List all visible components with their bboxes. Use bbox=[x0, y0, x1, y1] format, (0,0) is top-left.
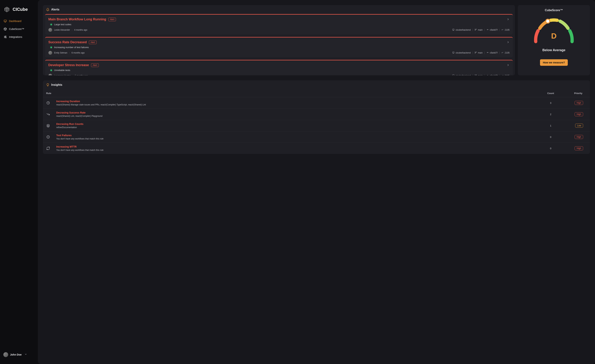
alert-repo: cicube/backend bbox=[452, 28, 471, 31]
svg-point-1 bbox=[6, 36, 6, 36]
svg-point-2 bbox=[5, 37, 5, 37]
chevron-right-icon[interactable] bbox=[507, 64, 510, 67]
rule-count: 0 bbox=[540, 147, 561, 150]
rule-count: 0 bbox=[540, 136, 561, 138]
insights-row[interactable]: Increasing MTTR You don't have any workf… bbox=[43, 143, 590, 154]
svg-point-10 bbox=[475, 52, 475, 52]
svg-point-16 bbox=[476, 75, 476, 75]
alerts-header: Alerts bbox=[43, 5, 515, 14]
nav-item-label: Dashboard bbox=[9, 20, 21, 22]
branch-icon bbox=[475, 74, 477, 75]
alerts-list[interactable]: Main Branch Workflow Long Running Alert … bbox=[43, 14, 515, 75]
rule-name: Decrasing Run Counts bbox=[56, 123, 540, 126]
alert-repo: cicube/backend bbox=[452, 51, 471, 54]
insights-table: Rule Count Priority Increasing Duration … bbox=[43, 89, 590, 154]
alert-item[interactable]: Developer Stress Increase Alert Unreliab… bbox=[45, 60, 513, 75]
alert-circle-icon bbox=[46, 135, 50, 139]
alert-commit: c9a4d7f bbox=[487, 51, 498, 54]
alert-title: Success Rate Decreased bbox=[48, 40, 87, 44]
user-name: John Doe bbox=[10, 353, 22, 356]
alert-subtitle-row: Unreliable tests bbox=[48, 69, 510, 71]
repo-icon bbox=[452, 74, 454, 75]
col-rule: Rule bbox=[46, 92, 540, 95]
chevron-right-icon[interactable] bbox=[507, 18, 510, 21]
trend-down-icon bbox=[46, 112, 50, 116]
rule-name: Decrasing Success Rate bbox=[56, 111, 540, 114]
alert-subtitle-row: Large test suites bbox=[48, 23, 510, 26]
insights-row[interactable]: Test Failures You don't have any workflo… bbox=[43, 131, 590, 143]
monitor-icon bbox=[4, 20, 7, 23]
rule-name: Test Failures bbox=[56, 134, 540, 137]
insights-row[interactable]: Increasing Duration react/(Shared) Manag… bbox=[43, 97, 590, 108]
main: Alerts Main Branch Workflow Long Running… bbox=[38, 0, 595, 364]
alert-author-row: Leslie Alexander · 4 months ago bbox=[48, 28, 87, 32]
alert-branch: main bbox=[475, 74, 483, 75]
insights-row[interactable]: Decrasing Run Counts refine/Documentatio… bbox=[43, 120, 590, 131]
col-count: Count bbox=[540, 92, 561, 95]
alert-author: Lawrence Hunter bbox=[54, 74, 71, 75]
chevron-right-icon[interactable] bbox=[507, 41, 510, 44]
brand-name: CICube bbox=[13, 7, 28, 12]
alert-branch: main bbox=[475, 51, 483, 54]
alerts-panel: Alerts Main Branch Workflow Long Running… bbox=[43, 5, 515, 75]
alert-author: Emily Selman bbox=[54, 52, 67, 54]
layers-icon bbox=[46, 124, 50, 128]
svg-point-13 bbox=[487, 52, 488, 53]
svg-rect-0 bbox=[4, 20, 7, 22]
status-dot-icon bbox=[50, 70, 52, 71]
alert-item[interactable]: Main Branch Workflow Long Running Alert … bbox=[45, 14, 513, 35]
brand: CICube bbox=[0, 4, 38, 17]
svg-point-15 bbox=[475, 75, 475, 75]
nav-item-label: CubeScore™ bbox=[9, 28, 24, 30]
repo-icon bbox=[452, 28, 454, 31]
svg-marker-21 bbox=[47, 124, 50, 126]
brand-logo-icon bbox=[3, 6, 10, 13]
alert-subtitle: Unreliable tests bbox=[54, 69, 70, 71]
refresh-icon bbox=[46, 146, 50, 150]
insights-row[interactable]: Decrasing Success Rate react/(Shared) Li… bbox=[43, 108, 590, 120]
svg-point-18 bbox=[487, 75, 488, 75]
status-dot-icon bbox=[50, 47, 52, 48]
nav-item-dashboard[interactable]: Dashboard bbox=[2, 17, 36, 25]
nav-item-cubescore[interactable]: CubeScore™ bbox=[2, 25, 36, 33]
insights-title: Insights bbox=[51, 83, 62, 86]
user-menu[interactable]: John Doe bbox=[0, 350, 38, 360]
rule-name: Increasing MTTR bbox=[56, 145, 540, 148]
bell-icon bbox=[46, 8, 50, 11]
avatar bbox=[3, 352, 8, 357]
alert-title: Main Branch Workflow Long Running bbox=[48, 17, 106, 21]
alert-subtitle: Large test suites bbox=[54, 23, 71, 26]
cubescore-gauge: D bbox=[531, 17, 577, 44]
alerts-title: Alerts bbox=[51, 8, 59, 11]
alert-item[interactable]: Success Rate Decreased Alert Increasing … bbox=[45, 37, 513, 57]
run-icon bbox=[501, 74, 503, 75]
branch-icon bbox=[475, 28, 477, 31]
alert-time: 6 months ago bbox=[71, 52, 85, 54]
avatar bbox=[48, 74, 52, 75]
svg-point-11 bbox=[476, 52, 476, 52]
rule-desc: react/(Shared) Manage stale issues and P… bbox=[56, 104, 540, 106]
nav-item-integrations[interactable]: Integrations bbox=[2, 33, 36, 41]
rule-count: 3 bbox=[540, 102, 561, 104]
commit-icon bbox=[487, 28, 489, 31]
alert-branch: main bbox=[475, 28, 483, 31]
col-priority: Priority bbox=[561, 92, 587, 95]
priority-badge: High bbox=[575, 101, 583, 105]
alert-badge: Alert bbox=[89, 41, 97, 44]
cube-icon bbox=[4, 27, 7, 31]
rule-desc: You don't have any workflows that match … bbox=[56, 138, 540, 140]
alert-subtitle-row: Increasing number of test failures bbox=[48, 46, 510, 49]
alert-badge: Alert bbox=[91, 63, 99, 67]
svg-point-6 bbox=[476, 29, 476, 29]
how-we-measure-button[interactable]: How we measure? bbox=[540, 59, 568, 66]
rule-count: 2 bbox=[540, 113, 561, 116]
alert-time: 6 months ago bbox=[75, 74, 88, 75]
avatar bbox=[48, 28, 52, 32]
rule-name: Increasing Duration bbox=[56, 100, 540, 103]
priority-badge: Low bbox=[575, 124, 583, 128]
rule-desc: react/(Shared) Lint, react/(Compiler) Pl… bbox=[56, 115, 540, 117]
priority-badge: High bbox=[575, 112, 583, 116]
alert-run: 2105 bbox=[501, 28, 510, 31]
nav-item-label: Integrations bbox=[9, 35, 22, 38]
commit-icon bbox=[487, 74, 489, 75]
